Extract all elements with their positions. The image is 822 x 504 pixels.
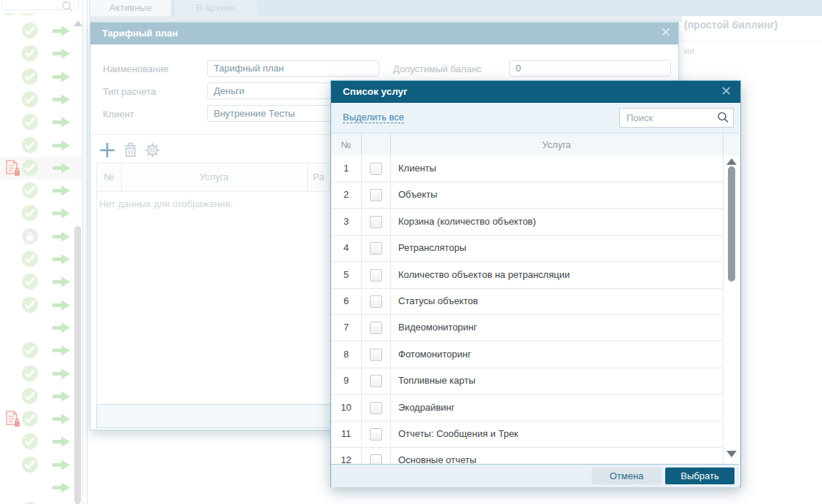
status-ok-icon (22, 69, 38, 85)
sidebar-list-item[interactable] (0, 317, 82, 339)
sidebar-list-item[interactable] (0, 294, 82, 317)
service-checkbox[interactable] (370, 216, 382, 228)
service-checkbox[interactable] (370, 269, 382, 282)
scroll-up-icon[interactable] (726, 158, 737, 165)
services-table-body: 12 Основные отчеты 11 Отчеты: Сообщения … (331, 155, 739, 464)
service-number: 1 (331, 155, 361, 182)
go-arrow-icon[interactable] (52, 25, 71, 37)
close-icon[interactable]: ✕ (661, 25, 671, 40)
tab-bar: Активные В архиве (89, 0, 822, 16)
sidebar-search-input[interactable] (1, 0, 79, 10)
service-checkbox[interactable] (370, 428, 382, 441)
name-field[interactable]: Тарифный план (207, 60, 379, 77)
go-arrow-icon[interactable] (52, 459, 71, 471)
go-arrow-icon[interactable] (52, 116, 71, 128)
dialog-title: Тарифный план (102, 23, 178, 44)
go-arrow-icon[interactable] (52, 344, 71, 357)
empty-table-message: Нет данных для отображения. (99, 198, 233, 209)
status-ok-icon (22, 114, 38, 130)
service-checkbox[interactable] (370, 454, 382, 464)
status-ok-icon (22, 411, 38, 427)
go-arrow-icon[interactable] (52, 435, 71, 448)
go-arrow-icon[interactable] (52, 71, 71, 83)
column-header-number: № (331, 133, 361, 156)
background-page-title: (простой биллинг) (684, 19, 778, 31)
service-checkbox[interactable] (370, 402, 382, 414)
sidebar-list-item[interactable] (0, 499, 82, 504)
service-checkbox[interactable] (370, 295, 382, 308)
go-arrow-icon[interactable] (52, 276, 71, 288)
services-list-modal: Список услуг ✕ Выделить все № Услуга 12 … (330, 80, 741, 487)
sidebar-list-item[interactable] (0, 339, 82, 362)
sidebar-list-item[interactable] (0, 225, 82, 248)
sidebar-list-item[interactable] (0, 157, 82, 179)
column-header-service: Услуга (390, 133, 723, 156)
sidebar-list-item[interactable] (0, 66, 82, 88)
select-button[interactable]: Выбрать (665, 468, 734, 484)
go-arrow-icon[interactable] (52, 207, 71, 220)
go-arrow-icon[interactable] (52, 390, 71, 403)
tab-active-plans[interactable]: Активные (90, 0, 171, 16)
sidebar-list-item[interactable] (0, 179, 82, 202)
sidebar-list-item[interactable] (0, 385, 82, 408)
sidebar-list-item[interactable] (0, 88, 82, 111)
service-checkbox[interactable] (370, 349, 382, 361)
sidebar-list-item[interactable] (0, 430, 82, 453)
service-search-box (619, 108, 734, 128)
sidebar-list-item[interactable] (0, 248, 82, 271)
client-field-label: Клиент (103, 109, 134, 120)
service-checkbox[interactable] (370, 189, 382, 201)
service-checkbox[interactable] (370, 322, 382, 334)
service-checkbox[interactable] (370, 163, 382, 175)
go-arrow-icon[interactable] (52, 481, 71, 494)
go-arrow-icon[interactable] (52, 93, 71, 106)
go-arrow-icon[interactable] (52, 162, 71, 174)
settings-gear-icon[interactable] (144, 142, 160, 158)
service-checkbox[interactable] (370, 375, 382, 387)
go-arrow-icon[interactable] (52, 47, 71, 60)
scroll-down-icon[interactable] (726, 451, 737, 457)
status-ok-icon (22, 91, 38, 107)
sidebar-list-item[interactable] (0, 134, 82, 157)
add-service-icon[interactable] (98, 141, 116, 159)
go-arrow-icon[interactable] (52, 299, 71, 311)
column-divider (361, 133, 362, 156)
column-divider (390, 133, 391, 156)
search-icon[interactable] (717, 112, 729, 124)
service-number: 12 (331, 447, 361, 464)
select-all-link[interactable]: Выделить все (343, 112, 404, 123)
service-search-input[interactable] (625, 110, 716, 125)
service-name: Экодрайвинг (398, 395, 455, 421)
service-name: Топливные карты (398, 368, 476, 394)
modal-scrollbar-thumb[interactable] (728, 166, 735, 282)
cancel-button[interactable]: Отмена (592, 468, 662, 484)
go-arrow-icon[interactable] (52, 368, 71, 380)
sidebar-list-item[interactable] (0, 476, 82, 499)
name-field-label: Наименование (103, 63, 168, 74)
sidebar-list-item[interactable] (0, 454, 82, 476)
tab-archived-plans[interactable]: В архиве (175, 0, 257, 16)
sidebar-list-item[interactable] (0, 42, 82, 65)
service-name: Количество объектов на ретрансляции (398, 262, 570, 288)
go-arrow-icon[interactable] (52, 253, 71, 265)
go-arrow-icon[interactable] (52, 322, 71, 334)
sidebar-list-item[interactable] (0, 111, 82, 133)
sidebar-list-item[interactable] (0, 363, 82, 385)
close-icon[interactable]: ✕ (721, 83, 732, 99)
go-arrow-icon[interactable] (52, 230, 71, 243)
go-arrow-icon[interactable] (52, 413, 71, 425)
sidebar-list-item[interactable] (0, 408, 82, 430)
service-name: Клиенты (398, 155, 436, 182)
sidebar-list-item[interactable] (0, 202, 82, 225)
sidebar-scroll-up-icon[interactable] (74, 20, 82, 26)
go-arrow-icon[interactable] (52, 185, 71, 197)
go-arrow-icon[interactable] (52, 139, 71, 152)
service-number: 4 (331, 235, 361, 261)
service-name: Видеомониторинг (398, 314, 477, 341)
sidebar-scrollbar-thumb[interactable] (74, 226, 81, 504)
service-checkbox[interactable] (370, 242, 382, 255)
sidebar-list-item[interactable] (0, 20, 82, 42)
sidebar-list-item[interactable] (0, 271, 82, 293)
delete-service-icon[interactable] (123, 142, 139, 158)
balance-field[interactable]: 0 (509, 60, 671, 77)
